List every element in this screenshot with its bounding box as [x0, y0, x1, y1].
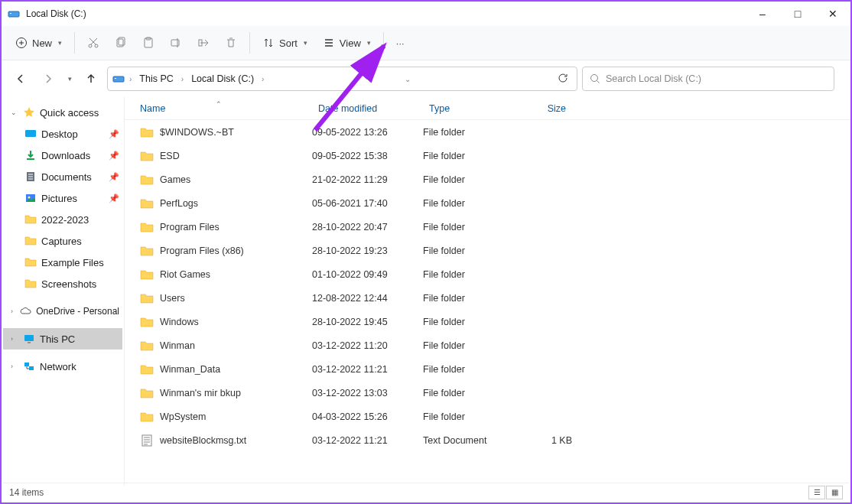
file-row[interactable]: $WINDOWS.~BT09-05-2022 13:26File folder [125, 120, 850, 144]
chevron-down-icon: ▾ [58, 39, 62, 47]
sidebar-item-desktop[interactable]: Desktop📌 [3, 123, 122, 145]
forward-button[interactable] [37, 67, 60, 90]
file-row[interactable]: Winman's mir bkup03-12-2022 13:03File fo… [125, 381, 850, 405]
navigation-pane: ⌄ Quick access Desktop📌 Downloads📌 Docum… [2, 97, 124, 486]
file-row[interactable]: Games21-02-2022 11:29File folder [125, 167, 850, 191]
file-row[interactable]: Winman03-12-2022 11:20File folder [125, 333, 850, 357]
column-modified[interactable]: Date modified [312, 103, 423, 114]
sidebar-item-2022-2023[interactable]: 2022-2023 [3, 209, 122, 230]
list-icon [323, 37, 335, 49]
recent-button[interactable]: ▾ [64, 67, 75, 90]
column-type[interactable]: Type [423, 103, 515, 114]
file-row[interactable]: Program Files (x86)28-10-2022 19:23File … [125, 239, 850, 262]
file-row[interactable]: Windows28-10-2022 19:45File folder [125, 310, 850, 333]
svg-rect-11 [113, 76, 124, 82]
file-name: WpSystem [160, 411, 206, 422]
search-box[interactable]: Search Local Disk (C:) [582, 67, 834, 91]
cut-button[interactable] [81, 32, 106, 54]
sidebar-item-network[interactable]: ›Network [3, 356, 122, 377]
star-icon [23, 106, 35, 119]
details-view-button[interactable]: ☰ [808, 486, 825, 499]
chevron-down-icon[interactable]: ⌄ [402, 72, 414, 86]
file-row[interactable]: ESD09-05-2022 15:38File folder [125, 144, 850, 167]
pin-icon: 📌 [109, 151, 119, 161]
maximize-button[interactable]: □ [780, 2, 815, 26]
file-name: Games [160, 174, 190, 185]
arrow-left-icon [15, 73, 27, 85]
svg-point-13 [591, 75, 598, 82]
more-button[interactable]: ··· [390, 33, 411, 54]
search-placeholder: Search Local Disk (C:) [606, 73, 701, 84]
sort-button-label: Sort [279, 37, 298, 49]
up-button[interactable] [80, 67, 102, 90]
pin-icon: 📌 [109, 129, 119, 139]
file-row[interactable]: websiteBlockmsg.txt03-12-2022 11:21Text … [125, 428, 850, 452]
toolbar-separator [383, 32, 384, 54]
icons-view-button[interactable]: ▦ [826, 486, 843, 499]
pictures-icon [24, 192, 37, 204]
folder-icon [24, 256, 37, 268]
file-type: File folder [423, 317, 515, 327]
file-row[interactable]: PerfLogs05-06-2021 17:40File folder [125, 191, 850, 215]
file-modified: 03-12-2022 11:20 [312, 340, 423, 351]
minimize-button[interactable]: – [745, 2, 780, 26]
clipboard-icon [142, 37, 154, 49]
column-name-label: Name [140, 103, 165, 114]
svg-rect-1 [10, 13, 11, 14]
sidebar-item-pictures[interactable]: Pictures📌 [3, 187, 122, 209]
sidebar-item-captures[interactable]: Captures [3, 230, 122, 252]
chevron-right-icon: › [11, 363, 18, 370]
file-row[interactable]: WpSystem04-03-2022 15:26File folder [125, 405, 850, 428]
arrow-up-icon [85, 73, 97, 85]
copy-button[interactable] [109, 32, 133, 54]
desktop-icon [24, 128, 37, 140]
grid-icon: ▦ [831, 488, 838, 496]
item-count: 14 items [9, 487, 44, 498]
file-type: File folder [423, 245, 515, 256]
svg-point-4 [95, 44, 98, 47]
sidebar-item-onedrive[interactable]: ›OneDrive - Personal [3, 301, 122, 322]
chevron-down-icon: ▾ [304, 39, 307, 47]
rename-button[interactable] [164, 32, 188, 54]
sidebar-item-quick-access[interactable]: ⌄ Quick access [3, 102, 122, 123]
file-type: File folder [423, 198, 515, 209]
sidebar-item-example-files[interactable]: Example Files [3, 252, 122, 273]
share-button[interactable] [191, 32, 216, 54]
breadcrumb-local-disk[interactable]: Local Disk (C:) [188, 72, 257, 86]
column-size[interactable]: Size [515, 103, 572, 114]
file-name: ESD [160, 151, 180, 161]
sidebar-item-downloads[interactable]: Downloads📌 [3, 145, 122, 166]
sidebar-item-screenshots[interactable]: Screenshots [3, 273, 122, 294]
file-modified: 03-12-2022 11:21 [312, 435, 423, 446]
sort-button[interactable]: Sort ▾ [256, 32, 314, 54]
file-row[interactable]: Program Files28-10-2022 20:47File folder [125, 215, 850, 239]
monitor-icon [23, 333, 35, 345]
address-bar[interactable]: › This PC › Local Disk (C:) › ⌄ [107, 67, 577, 91]
file-name: Winman [160, 340, 195, 351]
folder-icon [140, 411, 154, 423]
folder-icon [140, 268, 154, 281]
column-name[interactable]: ⌃Name [125, 103, 312, 114]
sidebar-label: Network [40, 361, 76, 372]
file-row[interactable]: Winman_Data03-12-2022 11:21File folder [125, 357, 850, 381]
delete-button[interactable] [219, 32, 243, 54]
refresh-button[interactable] [554, 69, 572, 89]
status-bar: 14 items ☰ ▦ [3, 483, 849, 501]
folder-icon [140, 387, 154, 399]
chevron-right-icon: › [11, 335, 18, 343]
search-icon [589, 73, 601, 85]
paste-button[interactable] [136, 32, 161, 54]
view-button[interactable]: View ▾ [317, 32, 377, 54]
new-button[interactable]: New ▾ [9, 32, 68, 54]
back-button[interactable] [9, 67, 32, 90]
sidebar-item-this-pc[interactable]: ›This PC [3, 328, 122, 350]
file-row[interactable]: Riot Games01-10-2022 09:49File folder [125, 262, 850, 286]
svg-rect-12 [115, 78, 116, 79]
sidebar-item-documents[interactable]: Documents📌 [3, 166, 122, 187]
breadcrumb-this-pc[interactable]: This PC [136, 72, 176, 86]
view-button-label: View [340, 37, 361, 49]
file-row[interactable]: Users12-08-2022 12:44File folder [125, 286, 850, 310]
close-button[interactable]: ✕ [815, 2, 850, 26]
sidebar-label: Quick access [40, 107, 99, 119]
sidebar-label: Example Files [41, 257, 104, 268]
